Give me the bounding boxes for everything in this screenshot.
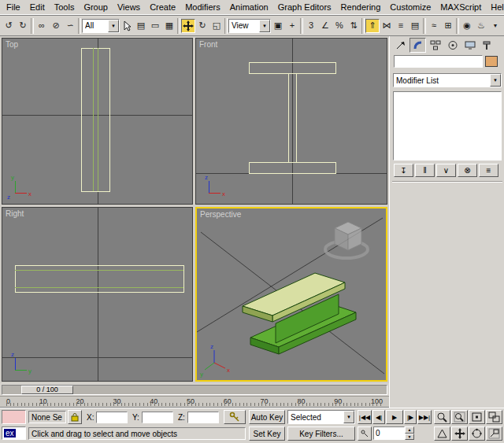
modifier-list-dropdown[interactable]: Modifier List ▼ xyxy=(393,73,502,87)
select-and-manipulate-icon[interactable]: + xyxy=(285,19,299,33)
key-filters-button[interactable]: Key Filters... xyxy=(287,426,355,441)
mirror-icon[interactable]: ⋈ xyxy=(380,19,394,33)
tab-modify-icon[interactable] xyxy=(410,38,426,53)
chevron-down-icon[interactable]: ▼ xyxy=(108,20,119,32)
render-scene-icon[interactable]: ♨ xyxy=(474,19,488,33)
toolbar-separator xyxy=(31,18,34,34)
tab-motion-icon[interactable] xyxy=(444,38,461,53)
configure-modifier-sets-icon[interactable]: ≡ xyxy=(479,164,498,177)
menu-rendering[interactable]: Rendering xyxy=(336,1,386,13)
material-editor-icon[interactable]: ◉ xyxy=(460,19,474,33)
key-mode-toggle[interactable] xyxy=(358,426,372,441)
beam-3d-object[interactable] xyxy=(243,273,356,354)
tab-create-icon[interactable] xyxy=(392,38,409,53)
make-unique-icon[interactable]: ∨ xyxy=(436,164,456,177)
zoom-all-icon[interactable] xyxy=(451,410,468,424)
arc-rotate-icon[interactable] xyxy=(469,426,485,441)
object-color-swatch[interactable] xyxy=(485,56,498,67)
field-of-view-icon[interactable] xyxy=(434,426,450,441)
menu-edit[interactable]: Edit xyxy=(25,1,50,13)
go-to-start-button[interactable]: |◀◀ xyxy=(358,410,372,424)
next-frame-button[interactable]: |▶ xyxy=(404,410,417,424)
chevron-down-icon[interactable]: ▼ xyxy=(490,74,501,87)
redo-icon[interactable]: ↻ xyxy=(16,19,30,33)
zoom-extents-all-icon[interactable] xyxy=(486,410,502,424)
chevron-down-icon[interactable]: ▼ xyxy=(343,411,354,423)
viewport-right[interactable]: z y Right xyxy=(2,207,193,382)
maxscript-mini-listener[interactable]: ex xyxy=(2,426,26,440)
select-by-name-icon[interactable]: ▤ xyxy=(134,19,148,33)
select-and-link-icon[interactable]: ∞ xyxy=(35,19,49,33)
current-frame-field[interactable] xyxy=(373,426,405,440)
menu-create[interactable]: Create xyxy=(145,1,180,13)
spinner-snap-icon[interactable]: ⇅ xyxy=(346,19,361,33)
menu-tools[interactable]: Tools xyxy=(50,1,80,13)
menu-customize[interactable]: Customize xyxy=(385,1,435,13)
y-coordinate-field[interactable] xyxy=(142,412,173,423)
undo-icon[interactable]: ↺ xyxy=(2,19,16,33)
bind-to-spacewarp-icon[interactable]: ∽ xyxy=(63,19,77,33)
rectangular-selection-icon[interactable]: ▭ xyxy=(148,19,162,33)
align-icon[interactable]: ≡ xyxy=(394,19,408,33)
menu-graph-editors[interactable]: Graph Editors xyxy=(273,1,336,13)
render-type-dropdown-icon[interactable]: ▼ xyxy=(488,19,502,33)
select-and-scale-icon[interactable]: ◱ xyxy=(209,19,224,33)
menu-views[interactable]: Views xyxy=(113,1,145,13)
percent-snap-icon[interactable]: % xyxy=(332,19,346,33)
zoom-extents-icon[interactable] xyxy=(469,410,485,424)
viewport-top[interactable]: y x z Top xyxy=(2,38,193,205)
previous-frame-button[interactable]: ◀| xyxy=(372,410,385,424)
tab-utilities-icon[interactable] xyxy=(479,38,495,53)
selection-lock-toggle[interactable] xyxy=(68,410,82,424)
object-name-field[interactable] xyxy=(394,55,483,68)
spinner-down-icon[interactable]: ▼ xyxy=(405,434,414,441)
menu-file[interactable]: File xyxy=(2,1,25,13)
schematic-view-icon[interactable]: ⊞ xyxy=(441,19,455,33)
menu-modifiers[interactable]: Modifiers xyxy=(180,1,225,13)
zoom-icon[interactable] xyxy=(434,410,450,424)
menu-help[interactable]: Help xyxy=(486,1,504,13)
select-and-rotate-icon[interactable]: ↻ xyxy=(195,19,209,33)
coordinate-system-dropdown[interactable]: View ▼ xyxy=(228,19,271,33)
layer-manager-icon[interactable]: ▤ xyxy=(408,19,422,33)
go-to-end-button[interactable]: ▶▶| xyxy=(417,410,432,424)
angle-snap-icon[interactable]: ∠ xyxy=(318,19,332,33)
min-max-toggle-icon[interactable] xyxy=(486,426,502,441)
remove-modifier-icon[interactable]: ⊗ xyxy=(458,164,477,177)
set-key-mode-button[interactable]: Set Key xyxy=(249,426,285,441)
z-coordinate-field[interactable] xyxy=(187,412,219,423)
use-center-icon[interactable]: ▣ xyxy=(271,19,285,33)
tab-hierarchy-icon[interactable] xyxy=(427,38,443,53)
tab-display-icon[interactable] xyxy=(461,38,478,53)
chevron-down-icon[interactable]: ▼ xyxy=(259,20,270,32)
svg-text:z: z xyxy=(210,343,213,350)
set-keys-button[interactable] xyxy=(224,410,246,424)
menu-group[interactable]: Group xyxy=(79,1,113,13)
window-crossing-icon[interactable]: ▦ xyxy=(162,19,176,33)
menu-maxscript[interactable]: MAXScript xyxy=(435,1,486,13)
viewport-perspective[interactable]: z x y Perspective xyxy=(195,207,387,382)
show-end-result-icon[interactable]: ‖ xyxy=(415,164,435,177)
modifier-stack-list[interactable] xyxy=(393,91,502,161)
beam-top-view-outline xyxy=(81,48,109,191)
maxscript-macro-recorder-strip[interactable] xyxy=(2,410,26,424)
time-slider-button[interactable]: 0 / 100 xyxy=(21,386,73,394)
unlink-selection-icon[interactable]: ⊘ xyxy=(49,19,63,33)
select-object-icon[interactable] xyxy=(120,19,134,33)
curve-editor-icon[interactable]: ≈ xyxy=(427,19,441,33)
spinner-up-icon[interactable]: ▲ xyxy=(405,426,414,434)
auto-key-button[interactable]: Auto Key xyxy=(249,410,285,424)
play-button[interactable]: ▶ xyxy=(386,410,403,424)
pin-stack-icon[interactable]: ↧ xyxy=(394,164,413,177)
menu-animation[interactable]: Animation xyxy=(225,1,273,13)
pan-icon[interactable] xyxy=(451,426,468,441)
snap-toggle-icon[interactable]: 3 xyxy=(304,19,318,33)
x-coordinate-field[interactable] xyxy=(96,412,128,423)
keyboard-override-icon[interactable]: ⇑ xyxy=(365,19,380,33)
select-and-move-icon[interactable] xyxy=(181,19,195,33)
key-mode-dropdown[interactable]: Selected ▼ xyxy=(287,410,355,424)
track-bar[interactable]: 0 10 20 30 40 50 60 70 80 90 100 xyxy=(0,396,389,408)
time-slider-track[interactable]: 0 / 100 xyxy=(2,385,387,395)
selection-filter-dropdown[interactable]: All ▼ xyxy=(82,19,120,33)
viewport-front[interactable]: z x Front xyxy=(195,38,387,205)
